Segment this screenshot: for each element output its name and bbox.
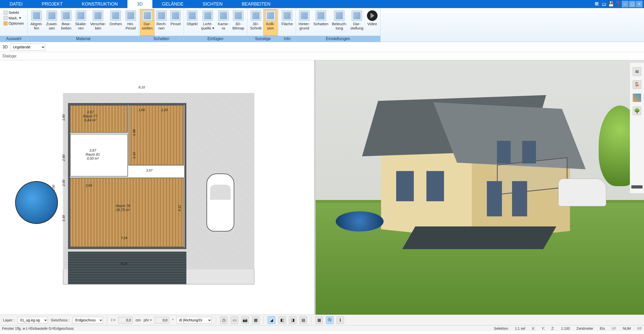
ribbon-hinpinsel-button[interactable]: Hin. Pinsel <box>124 9 138 36</box>
ribbon-kollision-button[interactable]: Kolli- sion <box>263 9 278 36</box>
view-mode-3-icon[interactable]: ◨ <box>289 316 296 324</box>
geschoss-select[interactable]: Erdgeschoss <box>73 317 103 323</box>
door-3d <box>487 181 502 216</box>
ribbon-button-label: Kolli- sion <box>266 22 275 30</box>
ribbon-group-title: Auswahl <box>0 36 27 42</box>
ribbon-kamera-button[interactable]: Kame- ra <box>216 9 231 36</box>
ribbon-beleuchtung-button[interactable]: Beleuch- tung <box>330 9 349 36</box>
ribbon-group-title: Schatten <box>139 36 184 42</box>
clock-icon[interactable]: ◷ <box>220 316 228 324</box>
menu-tab-3d[interactable]: 3D <box>127 0 152 8</box>
plants-icon[interactable]: 🌳 <box>633 107 641 115</box>
status-y: Y: <box>542 326 545 330</box>
view-mode-4-icon[interactable]: ▤ <box>299 316 307 324</box>
menu-tab-datei[interactable]: DATEI <box>0 0 32 8</box>
ribbon-bearbeiten-button[interactable]: Bear- beiten <box>59 9 73 36</box>
hintergrund-icon <box>299 10 310 21</box>
status-selektion: Selektion <box>494 326 509 330</box>
ribbon-group-title: Sonstige <box>247 36 279 42</box>
camera-icon[interactable]: 📷 <box>241 316 249 324</box>
grid-icon[interactable]: ▦ <box>315 316 323 324</box>
optionen-button[interactable]: Optionen <box>3 21 25 26</box>
north-icon[interactable]: Ⓝ <box>326 316 333 324</box>
window-close-button[interactable]: × <box>636 1 642 7</box>
length-input[interactable] <box>118 317 132 323</box>
dim-label: 3.30 <box>62 215 65 221</box>
menu-tab-projekt[interactable]: PROJEKT <box>32 0 72 8</box>
ribbon-zuweisen-button[interactable]: Zuwei- sen <box>44 9 59 36</box>
ribbon-button-label: 3D- Bitmap <box>232 22 244 30</box>
window-restore-button[interactable]: ▢ <box>629 1 635 7</box>
layers-icon[interactable]: ≋ <box>633 67 641 76</box>
3dschnitt-icon <box>251 10 261 21</box>
pane-2d-plan[interactable]: 8.10 9.00 3.67 Raum 77 6,44 m² 3.67 Raum… <box>0 60 316 315</box>
context-layer-select[interactable]: Urgelände <box>10 44 45 51</box>
menu-tab-konstruktion[interactable]: KONSTRUKTION <box>72 0 127 8</box>
ribbon-button-label: Kame- ra <box>218 22 229 30</box>
view-side-toolbar: ≋ 🪑 🌳 <box>630 63 644 193</box>
ribbon-video-button[interactable]: Video <box>365 9 379 36</box>
snap-select[interactable]: dl (Richtung/Di <box>177 317 212 323</box>
3dbitmap-icon <box>233 10 244 21</box>
menu-tab-gelaende[interactable]: GELÄNDE <box>152 0 193 8</box>
ribbon-pinsel-button[interactable]: Pinsel <box>168 9 183 36</box>
flaeche-icon <box>282 10 292 21</box>
materials-icon[interactable] <box>633 93 641 102</box>
ribbon-darstellen-button[interactable]: Dar- stellen <box>140 9 154 36</box>
dim-label: 1.00 <box>139 108 145 112</box>
ribbon-group-title: Material <box>28 36 139 42</box>
dialogs-label: Dialoge: <box>3 54 17 58</box>
mark-button[interactable]: Mark. ▾ <box>3 15 25 20</box>
cube-icon[interactable]: ▦ <box>252 316 259 324</box>
dim-label: 2.80 <box>62 155 65 161</box>
selekt-button[interactable]: Selekt <box>3 10 25 15</box>
ribbon-rechnen-button[interactable]: Rech- nen <box>154 9 168 36</box>
window-minimize-button[interactable]: – <box>622 1 628 7</box>
ribbon-verschieben-button[interactable]: Verschie- ben <box>88 9 108 36</box>
dialogs-bar: Dialoge: <box>0 52 644 60</box>
layer-select[interactable]: 01_ug.eg.og <box>18 317 48 323</box>
ribbon-objekt-button[interactable]: Objekt <box>185 9 199 36</box>
bearbeiten-icon <box>61 10 72 21</box>
package-icon[interactable]: 🗂 <box>601 1 607 7</box>
save-icon[interactable]: 💾 <box>608 1 614 7</box>
ribbon-skalieren-button[interactable]: Skalie- ren <box>73 9 88 36</box>
ribbon-abgreifen-button[interactable]: Abgrei- fen <box>29 9 44 36</box>
ribbon-drehen-button[interactable]: Drehen <box>108 9 124 36</box>
phi-input[interactable] <box>155 317 169 323</box>
ribbon-3dbitmap-button[interactable]: 3D- Bitmap <box>231 9 246 36</box>
info-icon[interactable]: ℹ <box>336 316 344 324</box>
beleuchtung-icon <box>334 10 345 21</box>
status-sel: 1:1 sel <box>515 326 525 330</box>
menu-tab-bearbeiten[interactable]: BEARBEITEN <box>232 0 280 8</box>
view-mode-1-icon[interactable]: ◢ <box>268 316 275 324</box>
pane-3d-view[interactable]: ≋ 🪑 🌳 <box>316 60 644 315</box>
ribbon-schatteneinst-button[interactable]: Schatten <box>312 9 330 36</box>
plan-room-stairs[interactable] <box>128 105 184 165</box>
menu-tab-sichten[interactable]: SICHTEN <box>193 0 232 8</box>
side-toolbar-handle[interactable] <box>631 185 643 189</box>
ribbon-button-label: Fläche <box>282 22 293 26</box>
ribbon-flaeche-button[interactable]: Fläche <box>280 9 295 36</box>
ribbon: Selekt Mark. ▾ Optionen Auswahl Abgrei- … <box>0 8 644 42</box>
plan-room-77[interactable] <box>70 105 128 133</box>
ribbon-darstellung-button[interactable]: Dar- stellung <box>349 9 365 36</box>
view-mode-2-icon[interactable]: ◧ <box>278 316 286 324</box>
screen-icon[interactable]: ▭ <box>231 316 238 324</box>
ribbon-group-auswahl: Selekt Mark. ▾ Optionen Auswahl <box>0 8 28 42</box>
ribbon-button-label: Zuwei- sen <box>46 22 57 30</box>
ribbon-hintergrund-button[interactable]: Hinter- grund <box>297 9 312 36</box>
phi-label: phi = <box>144 318 152 322</box>
help-icon[interactable]: ❓ <box>615 1 621 7</box>
menu-bar: DATEI PROJEKT KONSTRUKTION 3D GELÄNDE SI… <box>0 0 644 8</box>
ribbon-3dschnitt-button[interactable]: 3D- Schnitt <box>248 9 263 36</box>
ribbon-lichtquelle-button[interactable]: Licht- quelle ▾ <box>199 9 216 36</box>
ribbon-button-label: Abgrei- fen <box>30 22 43 30</box>
ribbon-group-title: Einstellungen <box>296 36 380 42</box>
furniture-icon[interactable]: 🪑 <box>633 80 641 89</box>
ribbon-button-label: Rech- nen <box>156 22 166 30</box>
house-3d <box>356 95 562 237</box>
dim-label: 2.00 <box>62 180 65 186</box>
plan-terrace <box>68 252 186 284</box>
tools-icon[interactable]: 🛠 <box>594 1 600 7</box>
